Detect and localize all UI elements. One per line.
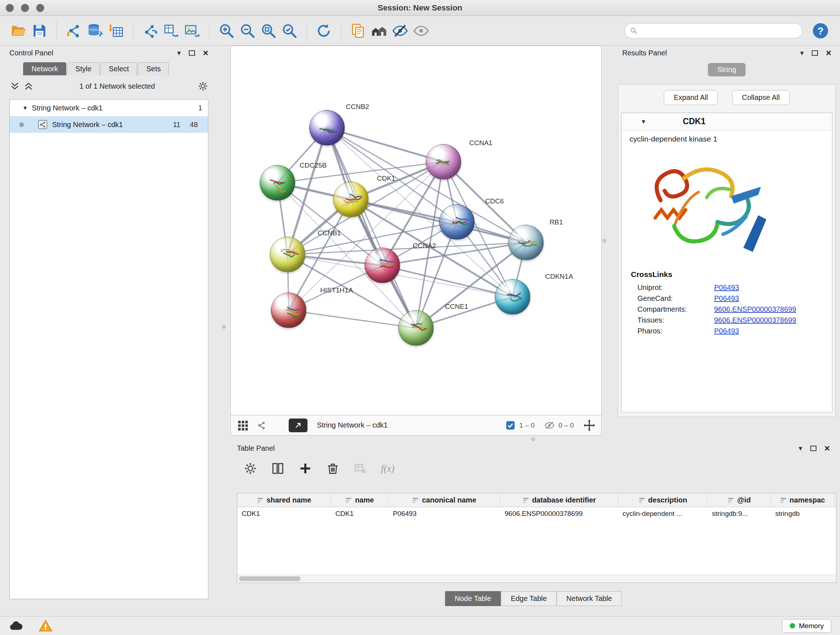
column-header-database-identifier[interactable]: database identifier bbox=[500, 494, 618, 507]
network-node-cdkn1a[interactable] bbox=[495, 279, 531, 315]
tab-node-table[interactable]: Node Table bbox=[445, 591, 501, 606]
column-header-canonical-name[interactable]: canonical name bbox=[388, 494, 500, 507]
hide-selected-button[interactable] bbox=[390, 20, 411, 41]
tab-select[interactable]: Select bbox=[101, 62, 137, 75]
collapse-all-icon[interactable] bbox=[9, 81, 20, 92]
table-panel-close-icon[interactable]: × bbox=[824, 443, 830, 453]
tab-edge-table[interactable]: Edge Table bbox=[501, 591, 557, 606]
table-cell[interactable]: stringdb:9... bbox=[707, 507, 771, 521]
panel-resize-handle[interactable] bbox=[531, 437, 535, 441]
crosslink-link[interactable]: P06493 bbox=[714, 295, 739, 302]
network-view-canvas[interactable]: CCNB2CCNA1CDC25BCDK1CDC6RB1CCNB1CCNA2CDK… bbox=[231, 46, 602, 415]
zoom-selected-button[interactable] bbox=[279, 20, 300, 41]
column-header--id[interactable]: @id bbox=[707, 494, 771, 507]
table-row[interactable]: CDK1CDK1P064939606.ENSP00000378699cyclin… bbox=[237, 507, 836, 521]
gene-collapse-icon[interactable]: ▾ bbox=[642, 117, 645, 126]
new-network-button[interactable] bbox=[140, 20, 161, 41]
grid-view-icon[interactable] bbox=[237, 419, 249, 432]
hidden-node-edge-counts: 0 – 0 bbox=[559, 421, 574, 429]
expand-all-icon[interactable] bbox=[23, 81, 34, 92]
crosslink-link[interactable]: 9606.ENSP00000378699 bbox=[714, 305, 796, 314]
tab-style[interactable]: Style bbox=[67, 62, 99, 75]
birdseye-view-icon[interactable] bbox=[256, 419, 268, 432]
network-node-ccnb2[interactable] bbox=[309, 110, 345, 146]
results-panel-maximize-icon[interactable] bbox=[812, 50, 818, 56]
show-all-button[interactable] bbox=[411, 20, 431, 41]
crosslink-link[interactable]: P06493 bbox=[714, 283, 739, 292]
control-panel-close-icon[interactable]: × bbox=[203, 48, 208, 57]
network-node-cdc25b[interactable] bbox=[260, 165, 295, 201]
tree-expand-icon[interactable]: ▾ bbox=[24, 104, 27, 112]
network-row-selected[interactable]: String Network – cdk1 11 48 bbox=[10, 116, 208, 133]
detach-view-button[interactable] bbox=[289, 418, 308, 432]
panel-resize-handle[interactable] bbox=[603, 239, 606, 242]
import-network-file-button[interactable] bbox=[63, 20, 84, 41]
table-gear-icon[interactable] bbox=[243, 462, 257, 475]
tab-sets[interactable]: Sets bbox=[138, 62, 169, 75]
crosslink-link[interactable]: 9606.ENSP00000378699 bbox=[714, 316, 796, 325]
refresh-button[interactable] bbox=[313, 20, 334, 41]
control-panel-float-icon[interactable]: ▾ bbox=[177, 49, 181, 57]
clone-network-button[interactable] bbox=[347, 20, 369, 41]
open-session-button[interactable] bbox=[8, 20, 29, 41]
results-panel-float-icon[interactable]: ▾ bbox=[800, 49, 804, 57]
table-panel: Table Panel ▾ × f(x) bbox=[231, 441, 836, 611]
pan-crosshair-icon[interactable] bbox=[583, 419, 595, 432]
network-node-rb1[interactable] bbox=[508, 225, 544, 260]
gene-header-row[interactable]: ▾ CDK1 bbox=[622, 113, 832, 130]
network-node-ccnb1[interactable] bbox=[270, 237, 305, 272]
table-panel-maximize-icon[interactable] bbox=[810, 446, 816, 451]
tab-network[interactable]: Network bbox=[23, 62, 66, 75]
column-header-name[interactable]: name bbox=[331, 494, 388, 507]
results-panel-close-icon[interactable]: × bbox=[826, 48, 831, 57]
delete-column-icon[interactable] bbox=[326, 462, 340, 475]
function-builder-button[interactable]: f(x) bbox=[381, 463, 394, 474]
network-from-table-button[interactable] bbox=[161, 20, 182, 41]
zoom-out-button[interactable] bbox=[237, 20, 258, 41]
table-cell[interactable]: cyclin-dependent ... bbox=[618, 507, 707, 521]
network-node-ccna1[interactable] bbox=[426, 144, 461, 180]
search-icon bbox=[630, 27, 638, 35]
network-collection-row[interactable]: ▾ String Network – cdk1 1 bbox=[10, 100, 208, 116]
table-cell[interactable]: 9606.ENSP00000378699 bbox=[500, 507, 618, 521]
network-node-cdk1[interactable] bbox=[333, 182, 369, 217]
table-cell[interactable]: P06493 bbox=[388, 507, 500, 521]
warning-icon[interactable] bbox=[38, 619, 53, 633]
import-table-button[interactable] bbox=[105, 20, 126, 41]
network-node-cdc6[interactable] bbox=[439, 204, 475, 240]
crosslink-link[interactable]: P06493 bbox=[714, 327, 739, 335]
network-node-hist1h1a[interactable] bbox=[271, 293, 306, 328]
expand-all-button[interactable]: Expand All bbox=[664, 90, 718, 105]
export-image-button[interactable] bbox=[182, 20, 202, 41]
zoom-in-button[interactable] bbox=[216, 20, 237, 41]
scrollbar-thumb[interactable] bbox=[239, 576, 301, 581]
help-button[interactable]: ? bbox=[812, 22, 829, 40]
network-node-ccne1[interactable] bbox=[398, 310, 434, 346]
memory-button[interactable]: Memory bbox=[782, 619, 831, 633]
control-panel-maximize-icon[interactable] bbox=[189, 50, 195, 56]
panel-resize-handle[interactable] bbox=[222, 325, 226, 329]
table-cell[interactable]: CDK1 bbox=[331, 507, 388, 521]
column-header-namespac[interactable]: namespac bbox=[771, 494, 834, 507]
table-cell[interactable]: CDK1 bbox=[237, 507, 331, 521]
table-panel-float-icon[interactable]: ▾ bbox=[799, 445, 802, 452]
tab-network-table[interactable]: Network Table bbox=[557, 591, 622, 606]
hidden-eye-icon[interactable] bbox=[544, 420, 555, 431]
column-header-shared-name[interactable]: shared name bbox=[237, 494, 331, 507]
gear-icon[interactable] bbox=[197, 81, 208, 92]
cloud-icon[interactable] bbox=[9, 619, 23, 633]
add-column-icon[interactable] bbox=[298, 462, 312, 475]
save-session-button[interactable] bbox=[29, 20, 50, 41]
selected-checkbox-icon[interactable] bbox=[505, 420, 515, 431]
collapse-all-button[interactable]: Collapse All bbox=[732, 90, 790, 105]
table-horizontal-scrollbar[interactable] bbox=[237, 575, 836, 583]
show-columns-icon[interactable] bbox=[271, 462, 285, 475]
tab-string[interactable]: String bbox=[708, 63, 745, 76]
column-header-description[interactable]: description bbox=[618, 494, 707, 507]
import-network-database-button[interactable] bbox=[84, 20, 105, 41]
zoom-fit-button[interactable] bbox=[258, 20, 279, 41]
home-view-button[interactable] bbox=[369, 20, 390, 41]
table-cell[interactable]: stringdb bbox=[771, 507, 834, 521]
network-node-ccna2[interactable] bbox=[365, 248, 400, 283]
global-search-input[interactable] bbox=[641, 27, 797, 35]
